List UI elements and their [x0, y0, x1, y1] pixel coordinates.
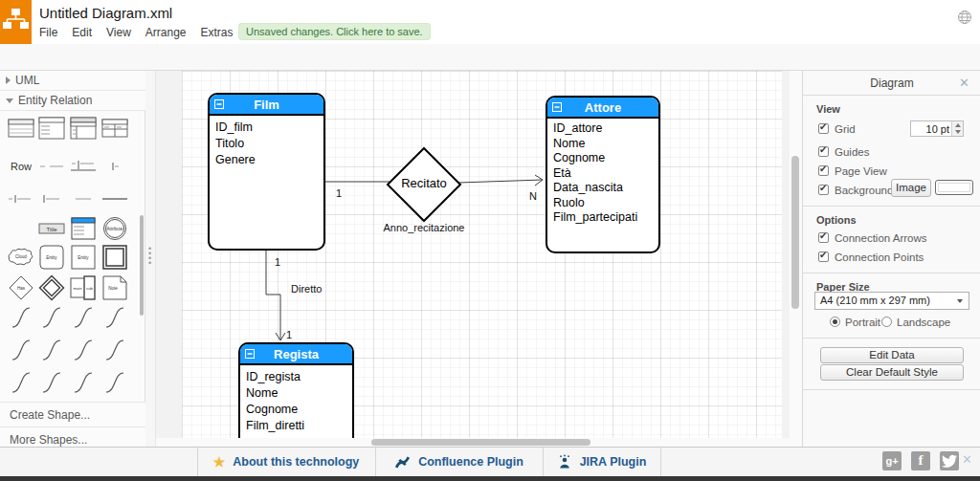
shape-table-1[interactable]: [7, 115, 35, 142]
shape-connector-2[interactable]: [37, 304, 66, 331]
shape-connector-8[interactable]: [100, 337, 129, 363]
connection-points-checkbox[interactable]: [818, 251, 829, 262]
background-image-button[interactable]: Image: [891, 179, 931, 197]
shape-note[interactable]: Note: [100, 274, 129, 301]
section-uml-label: UML: [15, 74, 39, 87]
twitter-icon[interactable]: [940, 451, 959, 470]
shape-entity-square[interactable]: Entity: [69, 244, 98, 271]
star-icon: ★: [213, 454, 226, 470]
shape-title[interactable]: Title: [37, 215, 66, 242]
entity-film[interactable]: Film ID_film Titolo Genere: [208, 93, 325, 251]
tab-diagram[interactable]: Diagram ✕: [803, 71, 980, 95]
cardinality-diretto-regista[interactable]: 1: [286, 329, 292, 340]
section-uml[interactable]: UML: [0, 71, 145, 91]
guides-checkbox[interactable]: [818, 146, 829, 157]
grid-size-input[interactable]: 10 pt: [910, 120, 964, 137]
shape-has-diamond-double[interactable]: [37, 274, 66, 301]
shape-entity-double[interactable]: [100, 244, 129, 271]
svg-text:Entity: Entity: [78, 255, 89, 260]
sidebar-collapse-handle[interactable]: ••••: [145, 71, 156, 447]
shape-cloud[interactable]: Cloud: [7, 244, 35, 271]
menu-file[interactable]: File: [39, 26, 57, 39]
collapse-minus-icon[interactable]: [245, 349, 255, 359]
edge-diretto-label[interactable]: Diretto: [291, 283, 322, 295]
shape-line[interactable]: [100, 186, 129, 212]
footer-close-icon[interactable]: ✕: [962, 452, 972, 467]
portrait-label: Portrait: [845, 317, 880, 328]
menu-arrange[interactable]: Arrange: [145, 26, 187, 39]
horizontal-scrollbar-thumb[interactable]: [371, 439, 590, 446]
shape-row-variant-1[interactable]: [37, 153, 66, 180]
confluence-plugin-tab[interactable]: Confluence Plugin: [375, 448, 543, 476]
relationship-attribute-label[interactable]: Anno_recitazione: [376, 222, 472, 233]
sidebar-scrollbar[interactable]: [140, 215, 144, 316]
menu-extras[interactable]: Extras: [201, 26, 234, 39]
landscape-radio[interactable]: [881, 317, 892, 327]
svg-text:Attribute: Attribute: [107, 227, 123, 231]
language-globe-icon[interactable]: [957, 10, 972, 25]
shape-table-3[interactable]: [69, 115, 98, 142]
entity-regista[interactable]: Regista ID_regista Nome Cognome Film_dir…: [238, 342, 354, 447]
shape-connector-1[interactable]: [7, 304, 35, 331]
svg-text:main: main: [73, 286, 82, 291]
paper-size-select[interactable]: A4 (210 mm x 297 mm): [814, 292, 969, 310]
shape-attribute[interactable]: Attribute: [100, 215, 129, 242]
shape-has-diamond[interactable]: Has: [7, 274, 35, 301]
shape-connector-7[interactable]: [69, 337, 98, 363]
shape-connector-9[interactable]: [7, 369, 35, 396]
vertical-scrollbar-thumb[interactable]: [791, 156, 799, 309]
shape-connector-12[interactable]: [100, 369, 129, 396]
cardinality-film-diretto[interactable]: 1: [275, 256, 280, 268]
menu-edit[interactable]: Edit: [72, 26, 92, 39]
shape-connector-5[interactable]: [7, 337, 35, 363]
create-shape-button[interactable]: Create Shape...: [0, 402, 145, 426]
background-checkbox[interactable]: [818, 185, 829, 195]
shape-row-variant-2[interactable]: [69, 153, 98, 180]
expanded-arrow-icon: [6, 98, 13, 103]
clear-default-style-button[interactable]: Clear Default Style: [820, 364, 964, 381]
portrait-radio[interactable]: [830, 317, 840, 327]
collapse-minus-icon[interactable]: [214, 99, 224, 109]
connection-arrows-checkbox[interactable]: [818, 232, 829, 243]
facebook-icon[interactable]: f: [911, 451, 930, 470]
entity-attore[interactable]: Attore ID_attore Nome Cognome Età Data_n…: [546, 96, 660, 253]
relationship-recitato[interactable]: Recitato: [388, 176, 460, 193]
collapse-minus-icon[interactable]: [552, 102, 562, 112]
unsaved-changes-badge[interactable]: Unsaved changes. Click here to save.: [238, 23, 431, 40]
attribute-row: ID_attore: [553, 121, 658, 137]
edit-data-button[interactable]: Edit Data: [820, 347, 964, 363]
shape-row[interactable]: Row: [7, 153, 35, 180]
menu-view[interactable]: View: [106, 26, 131, 39]
page-view-checkbox[interactable]: [818, 165, 829, 176]
shape-row-variant-6[interactable]: [69, 186, 98, 212]
google-plus-icon[interactable]: g+: [882, 451, 902, 470]
menu-bar: File Edit View Arrange Extras Help: [39, 26, 271, 39]
guides-label: Guides: [835, 146, 869, 158]
grid-size-stepper[interactable]: [951, 121, 963, 136]
shape-row-variant-3[interactable]: [100, 153, 129, 180]
shape-table-4[interactable]: [100, 115, 129, 142]
svg-text:Title: Title: [46, 227, 57, 232]
shape-row-variant-5[interactable]: [37, 186, 66, 212]
close-panel-icon[interactable]: ✕: [959, 76, 969, 90]
shape-connector-4[interactable]: [100, 304, 129, 331]
diagram-canvas[interactable]: Film ID_film Titolo Genere Attore ID_att…: [156, 71, 802, 447]
shape-connector-10[interactable]: [37, 369, 66, 396]
shape-row-variant-4[interactable]: [7, 186, 35, 212]
background-color-swatch[interactable]: [935, 180, 973, 195]
shape-entity-rounded[interactable]: Entity: [37, 244, 66, 271]
shape-connector-6[interactable]: [37, 337, 66, 363]
jira-plugin-tab[interactable]: JIRA Plugin: [543, 448, 660, 476]
drawio-logo-icon: [0, 0, 32, 44]
shape-connector-11[interactable]: [69, 369, 98, 396]
cardinality-recitato-attore[interactable]: N: [529, 190, 537, 202]
cardinality-film-recitato[interactable]: 1: [336, 187, 342, 199]
attribute-row: Nome: [246, 385, 352, 402]
section-entity-relation[interactable]: Entity Relation: [0, 91, 145, 111]
shape-connector-3[interactable]: [69, 304, 98, 331]
shape-table-2[interactable]: [37, 115, 66, 142]
grid-checkbox[interactable]: [818, 123, 829, 134]
shape-table-blue-header[interactable]: [69, 215, 98, 242]
about-technology-tab[interactable]: ★ About this technology: [197, 448, 375, 476]
shape-main-sub[interactable]: mainsub: [69, 274, 98, 301]
